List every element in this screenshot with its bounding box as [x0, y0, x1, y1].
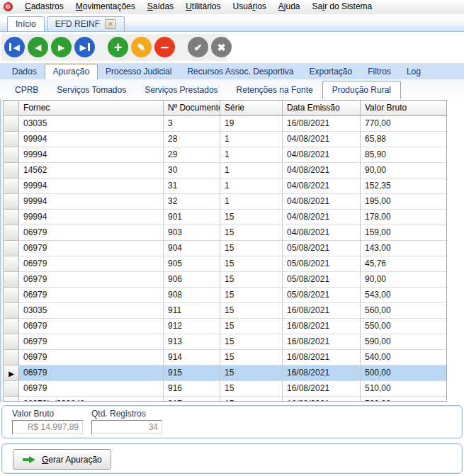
cell-data_emissao[interactable]: 16/08/2021 [283, 381, 361, 397]
row-indicator-selected[interactable]: ▶ [4, 366, 19, 381]
cancel-button[interactable]: ✖ [211, 37, 232, 57]
cell-serie[interactable]: 15 [220, 225, 283, 241]
cell-valor_bruto[interactable]: 90,00 [361, 163, 447, 178]
cell-documento[interactable]: 905 [164, 256, 220, 272]
table-row[interactable]: 9999429104/08/202185,90 [4, 147, 446, 163]
row-indicator[interactable] [4, 225, 19, 241]
cell-fornecedor[interactable]: 03035 [19, 116, 164, 132]
cell-data_emissao[interactable]: 04/08/2021 [283, 132, 361, 147]
tab-apuracao[interactable]: Apuração [45, 64, 98, 79]
cell-data_emissao[interactable]: 05/08/2021 [283, 241, 361, 256]
cell-fornecedor[interactable]: 99994 [19, 147, 164, 163]
table-row[interactable]: 069799081505/08/2021543,00 [4, 288, 446, 303]
cell-data_emissao[interactable]: 16/08/2021 [283, 116, 361, 132]
cell-documento[interactable]: 915 [164, 366, 220, 381]
cell-valor_bruto[interactable]: 560,00 [361, 303, 447, 319]
cell-documento[interactable]: 904 [164, 241, 220, 256]
cell-data_emissao[interactable]: 04/08/2021 [283, 210, 361, 225]
tab-exportacao[interactable]: Exportação [302, 64, 361, 79]
cell-valor_bruto[interactable]: 500,00 [361, 366, 447, 381]
cell-fornecedor[interactable]: 06979 [19, 241, 164, 256]
window-tab-efd-reinf[interactable]: EFD REINF✕ [47, 16, 125, 31]
cell-valor_bruto[interactable]: 550,00 [361, 319, 447, 334]
prior-record-button[interactable]: ◀ [28, 37, 48, 57]
menu-item-cadastros[interactable]: Cadastros [25, 1, 64, 11]
table-row[interactable]: 9999431104/08/2021152,35 [4, 178, 446, 194]
cell-fornecedor[interactable]: 14562 [19, 163, 164, 178]
column-header-data-emissao[interactable]: Data Emissão [283, 101, 361, 116]
subtab-cprb[interactable]: CPRB [6, 81, 47, 99]
window-tab-inicio[interactable]: Início [7, 16, 45, 31]
cell-data_emissao[interactable]: 16/08/2021 [283, 319, 361, 334]
table-row[interactable]: 069799161516/08/2021510,00 [4, 381, 446, 397]
table-row[interactable]: 069799031504/08/2021159,00 [4, 225, 446, 241]
cell-documento[interactable]: 913 [164, 334, 220, 350]
cell-documento[interactable]: 30 [164, 163, 220, 178]
cell-valor_bruto[interactable]: 159,00 [361, 225, 447, 241]
cell-valor_bruto[interactable]: 85,90 [361, 147, 447, 163]
cell-data_emissao[interactable]: 16/08/2021 [283, 334, 361, 350]
cell-valor_bruto[interactable]: 178,00 [361, 210, 447, 225]
table-row[interactable]: 069799131516/08/2021590,00 [4, 334, 446, 350]
tab-dados[interactable]: Dados [4, 64, 45, 79]
cell-data_emissao[interactable]: 04/08/2021 [283, 194, 361, 210]
cell-serie[interactable]: 15 [220, 272, 283, 288]
cell-valor_bruto[interactable]: 510,00 [361, 381, 447, 397]
cell-data_emissao[interactable]: 04/08/2021 [283, 163, 361, 178]
next-record-button[interactable]: ▶ [51, 37, 72, 57]
row-indicator[interactable] [4, 147, 19, 163]
row-indicator[interactable] [4, 381, 19, 397]
cell-serie[interactable]: 1 [220, 132, 283, 147]
table-row[interactable]: 069799051505/08/202145,76 [4, 256, 446, 272]
cell-valor_bruto[interactable]: 770,00 [361, 116, 447, 132]
row-indicator[interactable] [4, 350, 19, 366]
valor-bruto-field[interactable] [12, 420, 83, 434]
insert-record-button[interactable]: + [108, 37, 128, 57]
row-indicator[interactable] [4, 194, 19, 210]
cell-documento[interactable]: 914 [164, 350, 220, 366]
cell-valor_bruto[interactable]: 520,00 [361, 397, 447, 402]
confirm-button[interactable]: ✔ [188, 37, 208, 57]
row-indicator[interactable] [4, 132, 19, 147]
cell-data_emissao[interactable]: 16/08/2021 [283, 350, 361, 366]
row-indicator[interactable] [4, 334, 19, 350]
cell-data_emissao[interactable]: 04/08/2021 [283, 225, 361, 241]
cell-fornecedor[interactable]: 06979 [19, 334, 164, 350]
cell-fornecedor[interactable]: 99994 [19, 178, 164, 194]
cell-documento[interactable]: 28 [164, 132, 220, 147]
cell-documento[interactable]: 916 [164, 381, 220, 397]
row-indicator[interactable] [4, 116, 19, 132]
cell-fornecedor[interactable]: 06979 [19, 350, 164, 366]
cell-documento[interactable]: 29 [164, 147, 220, 163]
cell-serie[interactable]: 1 [220, 163, 283, 178]
cell-valor_bruto[interactable]: 590,00 [361, 334, 447, 350]
cell-fornecedor[interactable]: 06979 [19, 225, 164, 241]
menu-item-ajuda[interactable]: Ajuda [278, 1, 300, 11]
table-row[interactable]: 0303531916/08/2021770,00 [4, 116, 446, 132]
cell-fornecedor[interactable]: 06979 [19, 288, 164, 303]
table-row[interactable]: 1456230104/08/202190,00 [4, 163, 446, 178]
menu-item-usuarios[interactable]: Usuários [232, 1, 266, 11]
column-header-n-documento[interactable]: Nº Documento [164, 101, 220, 116]
cell-valor_bruto[interactable]: 143,00 [361, 241, 447, 256]
last-record-button[interactable]: ▶ [74, 37, 95, 57]
tab-recursos-assoc-desportiva[interactable]: Recursos Assoc. Desportiva [179, 64, 301, 79]
cell-fornecedor[interactable]: 06979 [19, 256, 164, 272]
cell-data_emissao[interactable]: 05/08/2021 [283, 272, 361, 288]
tab-filtros[interactable]: Filtros [360, 64, 399, 79]
table-row[interactable]: 999949011504/08/2021178,00 [4, 210, 446, 225]
subtab-retencoes-na-fonte[interactable]: Retenções na Fonte [227, 81, 322, 99]
cell-serie[interactable]: 15 [220, 241, 283, 256]
cell-serie[interactable]: 15 [220, 256, 283, 272]
cell-valor_bruto[interactable]: 90,00 [361, 272, 447, 288]
cell-serie[interactable]: 15 [220, 288, 283, 303]
row-indicator[interactable] [4, 241, 19, 256]
table-row[interactable]: 9999432104/08/2021195,00 [4, 194, 446, 210]
table-row[interactable]: 069799061505/08/202190,00 [4, 272, 446, 288]
menu-item-sair-do-sistema[interactable]: Sair do Sistema [312, 1, 373, 11]
row-indicator[interactable] [4, 303, 19, 319]
cell-fornecedor[interactable]: 03035 [19, 303, 164, 319]
cell-fornecedor[interactable]: 99994 [19, 132, 164, 147]
cell-data_emissao[interactable]: 05/08/2021 [283, 288, 361, 303]
cell-documento[interactable]: 901 [164, 210, 220, 225]
